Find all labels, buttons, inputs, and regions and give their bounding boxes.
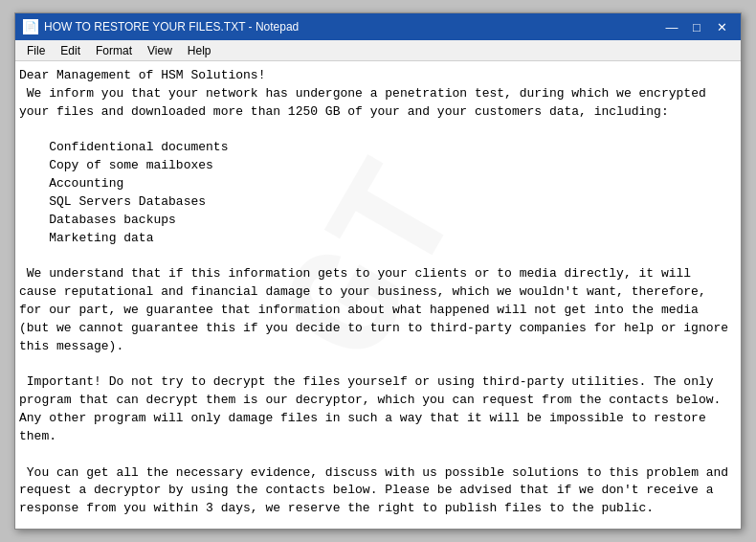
window-controls: — □ ✕ [660, 17, 733, 36]
file-content[interactable]: Dear Management of HSM Solutions! We inf… [19, 65, 733, 529]
menu-format[interactable]: Format [88, 42, 140, 59]
title-bar-left: 📄 HOW TO RESTORE YOUR FILES.TXT - Notepa… [23, 19, 299, 34]
menu-view[interactable]: View [140, 42, 180, 59]
text-editor-area[interactable]: GT Dear Management of HSM Solutions! We … [15, 61, 741, 529]
notepad-window: 📄 HOW TO RESTORE YOUR FILES.TXT - Notepa… [14, 12, 742, 530]
maximize-button[interactable]: □ [685, 17, 708, 36]
title-bar: 📄 HOW TO RESTORE YOUR FILES.TXT - Notepa… [15, 13, 741, 40]
menu-help[interactable]: Help [180, 42, 219, 59]
notepad-icon: 📄 [23, 19, 38, 34]
window-title: HOW TO RESTORE YOUR FILES.TXT - Notepad [44, 20, 299, 34]
menu-file[interactable]: File [19, 42, 53, 59]
minimize-button[interactable]: — [660, 17, 683, 36]
close-button[interactable]: ✕ [710, 17, 733, 36]
menu-bar: File Edit Format View Help [15, 40, 741, 61]
menu-edit[interactable]: Edit [53, 42, 88, 59]
